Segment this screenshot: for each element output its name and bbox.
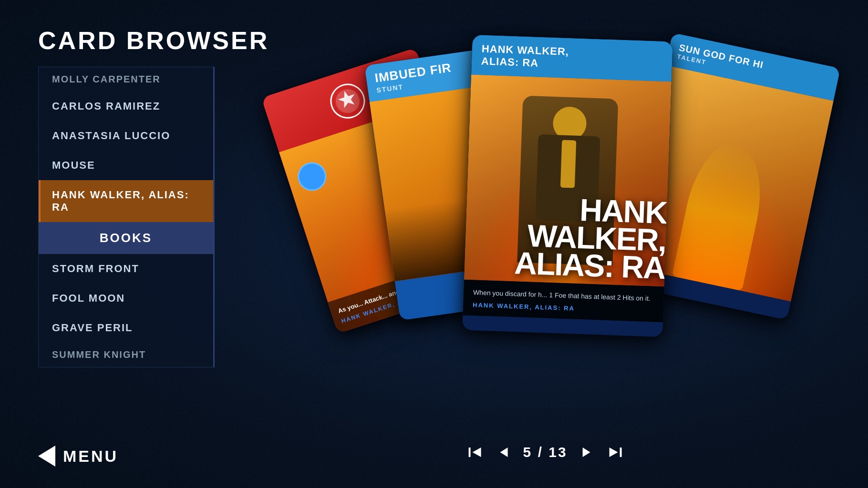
sidebar-item-summer-knight[interactable]: SUMMER KNIGHT: [39, 343, 213, 367]
first-page-button[interactable]: [466, 443, 485, 462]
emblem-icon: [325, 79, 371, 124]
sidebar-item-storm-front[interactable]: STORM FRONT: [39, 254, 213, 284]
card-main-big-name: HANK WALKER, ALIAS: RA: [464, 187, 672, 286]
svg-marker-4: [473, 447, 481, 457]
card-3-title: HANK WALKER,ALIAS: RA: [481, 43, 663, 74]
sidebar-item-molly-carpenter[interactable]: MOLLY CARPENTER: [39, 67, 213, 92]
next-page-button[interactable]: [577, 443, 596, 462]
card-3-description: When you discard for h... 1 Foe that has…: [473, 287, 655, 304]
card-3-character-tag: HANK WALKER, ALIAS: RA: [473, 302, 654, 315]
svg-rect-3: [469, 447, 471, 457]
menu-button[interactable]: MENU: [38, 446, 118, 467]
prev-page-button[interactable]: [495, 443, 514, 462]
card-main-hank-walker[interactable]: HANK WALKER,ALIAS: RA: [462, 35, 672, 337]
sidebar-item-hank-walker[interactable]: HANK WALKER, ALIAS: RA: [39, 180, 213, 222]
sidebar: MOLLY CARPENTER CARLOS RAMIREZ ANASTASIA…: [38, 67, 215, 367]
svg-marker-8: [610, 447, 618, 457]
sidebar-item-carlos-ramirez[interactable]: CARLOS RAMIREZ: [39, 92, 213, 121]
sidebar-item-mouse[interactable]: MOUSE: [39, 151, 213, 180]
pagination: 5 / 13: [466, 443, 625, 462]
svg-rect-7: [620, 447, 622, 457]
pagination-text: 5 / 13: [523, 444, 568, 460]
last-page-button[interactable]: [606, 443, 625, 462]
page-title: CARD BROWSER: [38, 26, 269, 55]
card-stack: As you... Attack... anoth... HANK WALKER…: [286, 38, 858, 440]
menu-label: MENU: [63, 447, 118, 466]
cards-area: As you... Attack... anoth... HANK WALKER…: [286, 38, 858, 440]
svg-marker-6: [583, 447, 590, 457]
sidebar-item-anastasia-luccio[interactable]: ANASTASIA LUCCIO: [39, 121, 213, 151]
menu-arrow-icon: [38, 446, 55, 467]
sidebar-item-fool-moon[interactable]: FOOL MOON: [39, 284, 213, 313]
svg-marker-5: [500, 447, 508, 457]
books-section-header: BOOKS: [39, 222, 213, 254]
sidebar-item-grave-peril[interactable]: GRAVE PERIL: [39, 313, 213, 343]
